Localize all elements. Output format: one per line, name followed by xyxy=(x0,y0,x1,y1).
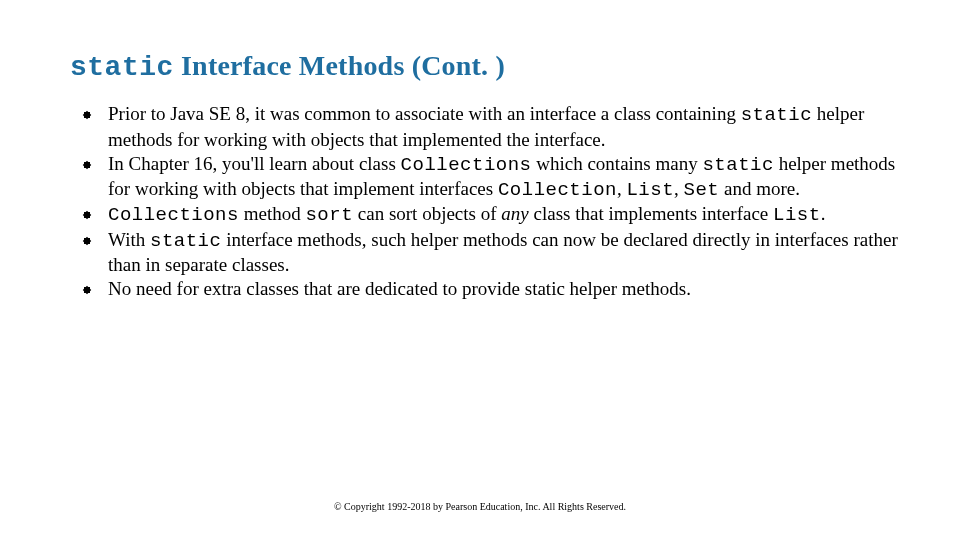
bullet-item: Collections method sort can sort objects… xyxy=(80,202,900,227)
title-code: static xyxy=(70,52,174,83)
body-text: No need for extra classes that are dedic… xyxy=(108,278,691,299)
bullet-item: Prior to Java SE 8, it was common to ass… xyxy=(80,102,900,152)
body-text: method xyxy=(239,203,306,224)
code-text: Collections xyxy=(401,154,532,176)
bullet-item: No need for extra classes that are dedic… xyxy=(80,277,900,301)
code-text: Set xyxy=(684,179,720,201)
code-text: sort xyxy=(305,204,353,226)
italic-text: any xyxy=(501,203,528,224)
code-text: Collections xyxy=(108,204,239,226)
bullet-item: With static interface methods, such help… xyxy=(80,228,900,278)
body-text: , xyxy=(674,178,684,199)
code-text: List xyxy=(626,179,674,201)
title-rest: Interface Methods (Cont. ) xyxy=(174,50,505,81)
bullet-list: Prior to Java SE 8, it was common to ass… xyxy=(80,102,900,302)
code-text: Collection xyxy=(498,179,617,201)
body-text: interface methods, such helper methods c… xyxy=(108,229,898,275)
slide-title: static Interface Methods (Cont. ) xyxy=(70,50,900,84)
body-text: In Chapter 16, you'll learn about class xyxy=(108,153,401,174)
copyright-footer: © Copyright 1992-2018 by Pearson Educati… xyxy=(0,501,960,512)
body-text: can sort objects of xyxy=(353,203,501,224)
body-text: . xyxy=(821,203,826,224)
body-text: Prior to Java SE 8, it was common to ass… xyxy=(108,103,741,124)
bullet-item: In Chapter 16, you'll learn about class … xyxy=(80,152,900,203)
slide: static Interface Methods (Cont. ) Prior … xyxy=(0,0,960,540)
code-text: static xyxy=(150,230,221,252)
body-text: which contains many xyxy=(532,153,703,174)
code-text: List xyxy=(773,204,821,226)
body-text: With xyxy=(108,229,150,250)
code-text: static xyxy=(741,104,812,126)
code-text: static xyxy=(702,154,773,176)
body-text: class that implements interface xyxy=(529,203,773,224)
body-text: and more. xyxy=(719,178,800,199)
